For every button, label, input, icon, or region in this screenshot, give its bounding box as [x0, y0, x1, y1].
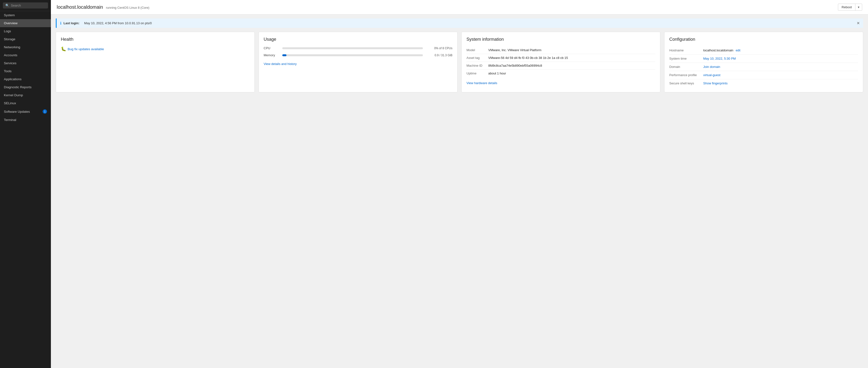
sysinfo-uptime-label: Uptime: [466, 69, 488, 77]
config-hostname-value: localhost.localdomain edit: [703, 46, 858, 55]
view-details-link[interactable]: View details and history: [264, 62, 297, 66]
cards-grid: Health 🐛 Bug fix updates available Usage…: [51, 28, 868, 97]
reboot-label: Reboot: [838, 4, 856, 10]
sysinfo-card: System information Model VMware, Inc. VM…: [461, 32, 660, 92]
bug-icon: 🐛: [61, 46, 66, 52]
config-systemtime-label: System time: [669, 55, 703, 63]
banner-close-button[interactable]: ✕: [857, 21, 860, 26]
sidebar: 🔍 System Overview Logs Storage Networkin…: [0, 0, 51, 368]
page-header: localhost.localdomain running CentOS Lin…: [51, 0, 868, 14]
sidebar-item-software-updates[interactable]: Software Updates 1: [0, 107, 51, 116]
sidebar-item-logs[interactable]: Logs: [0, 27, 51, 35]
sidebar-item-terminal[interactable]: Terminal: [0, 116, 51, 124]
sysinfo-table: Model VMware, Inc. VMware Virtual Platfo…: [466, 46, 655, 77]
last-login-label: Last login:: [63, 21, 80, 25]
login-banner: ℹ Last login: May 10, 2022, 4:56 PM from…: [56, 19, 863, 28]
table-row: Performance profile virtual-guest: [669, 71, 858, 79]
config-table: Hostname localhost.localdomain edit Syst…: [669, 46, 858, 87]
reboot-dropdown-arrow[interactable]: ▾: [856, 4, 862, 10]
config-systemtime-value: May 10, 2022, 5:30 PM: [703, 55, 858, 63]
sidebar-item-kernel-dump[interactable]: Kernel Dump: [0, 91, 51, 99]
sysinfo-asset-value: VMware-56 4d 59 d4 fb f3 43 0b-cb 38 1b …: [488, 54, 655, 62]
config-domain-label: Domain: [669, 63, 703, 71]
sysinfo-title: System information: [466, 37, 655, 42]
sidebar-item-accounts[interactable]: Accounts: [0, 51, 51, 59]
sysinfo-model-value: VMware, Inc. VMware Virtual Platform: [488, 46, 655, 54]
show-fingerprints-link[interactable]: Show fingerprints: [703, 82, 727, 85]
table-row: Hostname localhost.localdomain edit: [669, 46, 858, 55]
reboot-button[interactable]: Reboot ▾: [838, 4, 862, 11]
search-input[interactable]: [11, 4, 45, 7]
sysinfo-footer: View hardware details: [466, 81, 655, 85]
health-row: 🐛 Bug fix updates available: [61, 46, 250, 52]
config-perf-value: virtual-guest: [703, 71, 858, 79]
last-login-value: May 10, 2022, 4:56 PM from 10.0.91.13 on…: [84, 21, 152, 25]
sidebar-item-applications[interactable]: Applications: [0, 75, 51, 83]
performance-profile-link[interactable]: virtual-guest: [703, 73, 720, 77]
sidebar-item-storage[interactable]: Storage: [0, 35, 51, 43]
bug-fix-link[interactable]: Bug fix updates available: [68, 47, 104, 51]
sidebar-item-services[interactable]: Services: [0, 59, 51, 67]
table-row: Model VMware, Inc. VMware Virtual Platfo…: [466, 46, 655, 54]
search-icon: 🔍: [5, 4, 9, 7]
config-card: Configuration Hostname localhost.localdo…: [664, 32, 863, 92]
usage-footer: View details and history: [264, 62, 453, 66]
cpu-bar-container: [282, 47, 423, 49]
cpu-row: CPU 0% of 8 CPUs: [264, 46, 453, 50]
health-title: Health: [61, 37, 250, 42]
sidebar-search-container: 🔍: [0, 0, 51, 11]
config-title: Configuration: [669, 37, 858, 42]
usage-card: Usage CPU 0% of 8 CPUs Memory 0.9 / 31.3…: [258, 32, 458, 92]
sysinfo-model-label: Model: [466, 46, 488, 54]
hostname-edit-link[interactable]: edit: [736, 49, 740, 52]
join-domain-link[interactable]: Join domain: [703, 65, 720, 69]
sidebar-item-diagnostic-reports[interactable]: Diagnostic Reports: [0, 83, 51, 91]
view-hardware-link[interactable]: View hardware details: [466, 81, 497, 85]
config-ssh-value: Show fingerprints: [703, 79, 858, 88]
memory-row: Memory 0.9 / 31.3 GiB: [264, 53, 453, 57]
system-time-link[interactable]: May 10, 2022, 5:30 PM: [703, 57, 736, 60]
sidebar-item-overview[interactable]: Overview: [0, 19, 51, 27]
memory-bar: [282, 54, 286, 56]
table-row: System time May 10, 2022, 5:30 PM: [669, 55, 858, 63]
sidebar-item-networking[interactable]: Networking: [0, 43, 51, 51]
sysinfo-machineid-value: 8fd9c8ca7aa74e5b890ebf55a06994c8: [488, 62, 655, 69]
cpu-value: 0% of 8 CPUs: [426, 47, 453, 50]
table-row: Asset tag VMware-56 4d 59 d4 fb f3 43 0b…: [466, 54, 655, 62]
cpu-label: CPU: [264, 46, 279, 50]
sysinfo-uptime-value: about 1 hour: [488, 69, 655, 77]
health-card: Health 🐛 Bug fix updates available: [56, 32, 255, 92]
sysinfo-asset-label: Asset tag: [466, 54, 488, 62]
table-row: Domain Join domain: [669, 63, 858, 71]
memory-value: 0.9 / 31.3 GiB: [426, 54, 453, 57]
software-updates-badge: 1: [43, 109, 47, 114]
hostname-label: localhost.localdomain: [57, 4, 103, 10]
table-row: Uptime about 1 hour: [466, 69, 655, 77]
sidebar-item-system[interactable]: System: [0, 11, 51, 19]
info-icon: ℹ: [60, 21, 62, 26]
sidebar-item-selinux[interactable]: SELinux: [0, 99, 51, 107]
config-domain-value: Join domain: [703, 63, 858, 71]
os-subtitle: running CentOS Linux 8 (Core): [106, 6, 149, 9]
sidebar-item-tools[interactable]: Tools: [0, 67, 51, 75]
header-left: localhost.localdomain running CentOS Lin…: [57, 4, 149, 10]
table-row: Machine ID 8fd9c8ca7aa74e5b890ebf55a0699…: [466, 62, 655, 69]
memory-label: Memory: [264, 53, 279, 57]
table-row: Secure shell keys Show fingerprints: [669, 79, 858, 88]
main-content: localhost.localdomain running CentOS Lin…: [51, 0, 868, 368]
config-hostname-label: Hostname: [669, 46, 703, 55]
banner-content: ℹ Last login: May 10, 2022, 4:56 PM from…: [60, 21, 152, 26]
usage-title: Usage: [264, 37, 453, 42]
config-ssh-label: Secure shell keys: [669, 79, 703, 88]
config-perf-label: Performance profile: [669, 71, 703, 79]
sysinfo-machineid-label: Machine ID: [466, 62, 488, 69]
memory-bar-container: [282, 54, 423, 56]
